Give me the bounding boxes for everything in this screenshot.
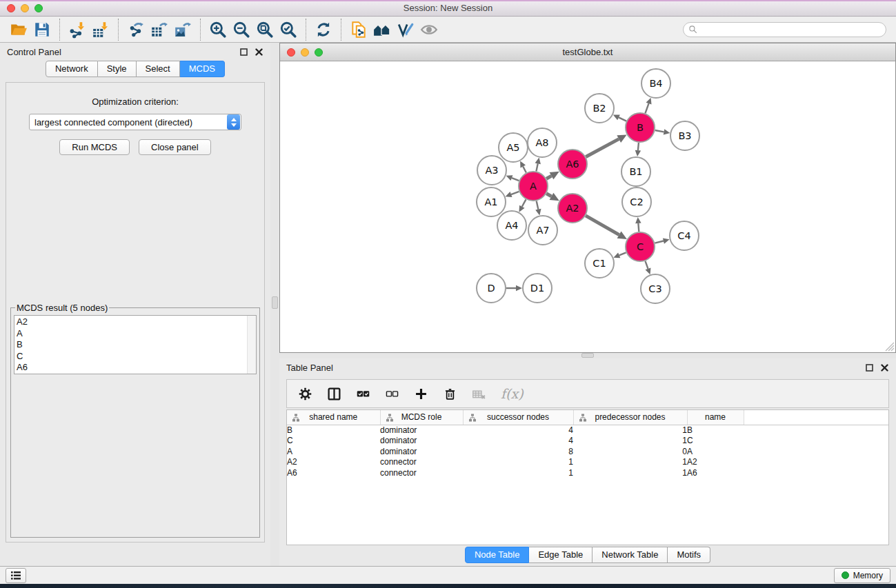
edge-B-B4[interactable] (645, 103, 648, 113)
save-session-button[interactable] (30, 19, 54, 41)
zoom-fit-button[interactable] (253, 19, 277, 41)
table-row[interactable]: Bdominator41B (287, 425, 888, 436)
divider-grip[interactable] (581, 353, 594, 358)
float-panel-button[interactable] (239, 47, 248, 57)
table-cell[interactable]: connector (380, 467, 463, 478)
table-cell[interactable]: C (687, 436, 744, 447)
edge-C-C1[interactable] (619, 252, 626, 255)
edge-A-A2[interactable] (546, 194, 551, 196)
network-canvas[interactable]: B4B2BB3A8A5A6A3B1AA1C2A2A4A7C4CC1C3DD1 (280, 61, 895, 352)
result-item[interactable]: A (17, 328, 256, 340)
table-cell[interactable]: 0 (573, 446, 687, 457)
column-header-shared-name[interactable]: shared name (287, 410, 380, 425)
table-row[interactable]: Cdominator41C (287, 436, 888, 447)
table-cell[interactable]: A6 (287, 467, 380, 478)
edge-C-C2[interactable] (638, 223, 639, 232)
close-table-panel-button[interactable] (879, 363, 889, 372)
vertical-split-divider[interactable] (270, 43, 279, 566)
column-header-predecessor-nodes[interactable]: predecessor nodes (573, 410, 687, 425)
select-all-button[interactable] (356, 387, 370, 401)
edge-B-B2[interactable] (619, 117, 626, 121)
table-cell[interactable]: B (287, 425, 380, 436)
table-cell[interactable]: 4 (463, 425, 573, 436)
run-mcds-button[interactable]: Run MCDS (59, 139, 130, 155)
add-column-button[interactable] (414, 387, 428, 401)
table-cell[interactable]: C (287, 436, 380, 447)
unselect-all-button[interactable] (385, 387, 399, 401)
function-builder-button[interactable]: f(x) (501, 386, 524, 401)
edge-A-A3[interactable] (512, 178, 519, 181)
result-item[interactable]: A6 (17, 362, 256, 374)
edge-A-A7[interactable] (537, 201, 539, 209)
memory-button[interactable]: Memory (834, 568, 890, 583)
tab-network[interactable]: Network (46, 61, 98, 77)
criterion-select[interactable]: largest connected component (directed) (29, 114, 241, 130)
table-settings-button[interactable] (298, 387, 312, 401)
table-tab-network-table[interactable]: Network Table (593, 547, 668, 563)
table-row[interactable]: A2connector11A2 (287, 457, 888, 468)
divider-grip[interactable] (272, 296, 278, 309)
table-cell[interactable]: 8 (463, 446, 573, 457)
copy-style-button[interactable] (347, 19, 370, 41)
horizontal-split-divider[interactable] (279, 353, 896, 358)
table-cell[interactable]: dominator (380, 425, 463, 436)
table-cell[interactable]: 1 (573, 436, 687, 447)
export-image-button[interactable] (171, 19, 195, 41)
delete-table-button[interactable] (472, 387, 486, 401)
zoom-in-button[interactable] (206, 19, 230, 41)
table-cell[interactable]: 1 (463, 467, 573, 478)
tab-select[interactable]: Select (137, 61, 180, 77)
show-hide-button[interactable] (417, 19, 441, 41)
apply-layout-button[interactable] (370, 19, 394, 41)
edge-A-A8[interactable] (536, 163, 537, 171)
edge-B-B1[interactable] (638, 143, 639, 150)
refresh-button[interactable] (312, 19, 335, 41)
edge-A2-C[interactable] (586, 216, 619, 235)
edge-B-B3[interactable] (655, 130, 664, 132)
search-input[interactable] (700, 23, 886, 36)
task-history-button[interactable] (6, 568, 26, 583)
result-item[interactable]: C (17, 351, 256, 363)
table-tab-edge-table[interactable]: Edge Table (529, 547, 593, 563)
column-header-MCDS-role[interactable]: MCDS role (380, 410, 463, 425)
edge-A-A1[interactable] (511, 192, 519, 194)
table-tab-motifs[interactable]: Motifs (668, 547, 710, 563)
delete-column-button[interactable] (443, 387, 457, 401)
result-item[interactable]: A2 (17, 316, 256, 328)
table-cell[interactable]: 1 (573, 425, 687, 436)
table-cell[interactable]: dominator (380, 446, 463, 457)
search-field[interactable] (683, 22, 886, 37)
table-cell[interactable]: A (687, 446, 744, 457)
table-cell[interactable]: 1 (463, 457, 573, 468)
column-header-name[interactable]: name (687, 410, 744, 425)
edge-A-A4[interactable] (522, 199, 526, 206)
zoom-out-button[interactable] (230, 19, 253, 41)
column-header-successor-nodes[interactable]: successor nodes (463, 410, 573, 425)
export-network-button[interactable] (124, 19, 148, 41)
import-network-file-button[interactable] (66, 19, 89, 41)
table-cell[interactable]: A (287, 446, 380, 457)
network-graph[interactable]: B4B2BB3A8A5A6A3B1AA1C2A2A4A7C4CC1C3DD1 (280, 61, 895, 352)
close-panel-button[interactable] (254, 47, 263, 57)
table-cell[interactable]: B (687, 425, 744, 436)
network-window-titlebar[interactable]: testGlobe.txt (280, 43, 895, 61)
table-cell[interactable]: A6 (687, 467, 744, 478)
edge-C-C4[interactable] (655, 241, 664, 243)
import-table-file-button[interactable] (89, 19, 112, 41)
edge-C-C3[interactable] (645, 261, 648, 269)
table-row[interactable]: Adominator80A (287, 446, 888, 457)
edge-A-A5[interactable] (523, 167, 526, 173)
table-cell[interactable]: 1 (573, 457, 687, 468)
table-cell[interactable]: A2 (287, 457, 380, 468)
table-tab-node-table[interactable]: Node Table (465, 547, 530, 563)
tab-style[interactable]: Style (98, 61, 137, 77)
edge-A6-B[interactable] (586, 139, 619, 157)
float-table-panel-button[interactable] (864, 363, 874, 372)
mcds-result-list[interactable]: A2ABCA6 (14, 315, 257, 374)
table-cell[interactable]: A2 (687, 457, 744, 468)
table-cell[interactable]: 1 (573, 467, 687, 478)
show-graphics-details-button[interactable] (394, 19, 417, 41)
tab-mcds[interactable]: MCDS (180, 61, 225, 77)
result-item[interactable]: B (17, 339, 256, 351)
close-mcds-panel-button[interactable]: Close panel (139, 139, 211, 155)
